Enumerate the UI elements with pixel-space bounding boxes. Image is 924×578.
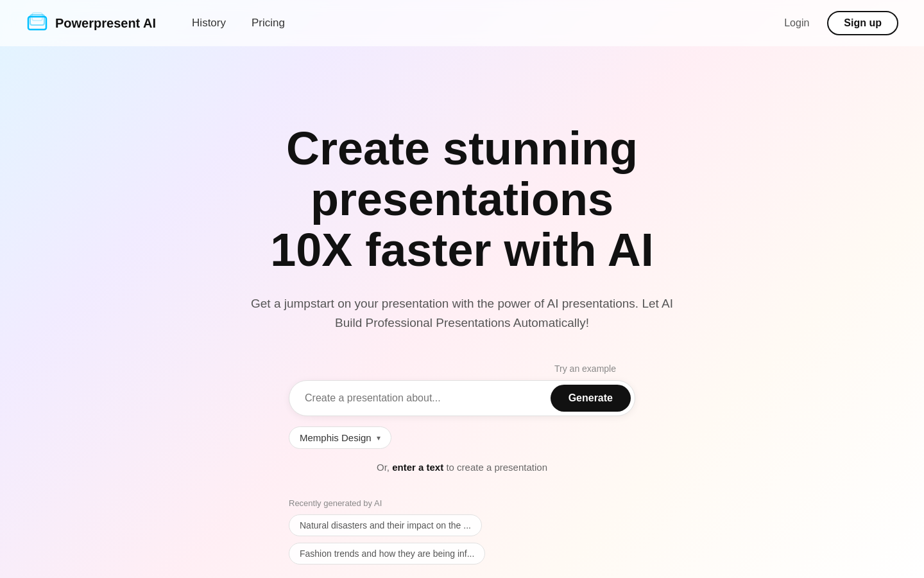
- topic-input[interactable]: [305, 392, 551, 404]
- nav-actions: Login Sign up: [774, 11, 898, 35]
- hero-title-line2: 10X faster with AI: [270, 224, 654, 276]
- brand-name: Powerpresent AI: [55, 16, 156, 31]
- signup-button[interactable]: Sign up: [827, 11, 898, 35]
- recently-section: Recently generated by AI Natural disaste…: [289, 498, 635, 565]
- generate-button[interactable]: Generate: [551, 385, 631, 412]
- hero-title-line1: Create stunning presentations: [286, 123, 638, 225]
- logo: Powerpresent AI: [26, 12, 156, 35]
- try-example-label: Try an example: [554, 363, 616, 374]
- or-prefix: Or,: [377, 462, 392, 473]
- recent-chip[interactable]: Natural disasters and their impact on th…: [289, 514, 482, 536]
- login-button[interactable]: Login: [774, 12, 819, 34]
- or-text: Or, enter a text to create a presentatio…: [377, 462, 547, 473]
- nav-history[interactable]: History: [182, 13, 236, 33]
- recently-label: Recently generated by AI: [289, 498, 382, 508]
- input-row: Generate: [289, 380, 635, 416]
- input-section: Try an example Generate Memphis Design ▾…: [0, 363, 924, 565]
- hero-section: Create stunning presentations 10X faster…: [0, 46, 924, 565]
- theme-label: Memphis Design: [300, 432, 372, 443]
- hero-subtitle: Get a jumpstart on your presentation wit…: [244, 294, 680, 333]
- navbar: Powerpresent AI History Pricing Login Si…: [0, 0, 924, 46]
- logo-icon: [26, 12, 49, 35]
- theme-dropdown[interactable]: Memphis Design ▾: [289, 426, 391, 449]
- recent-chip[interactable]: Fashion trends and how they are being in…: [289, 543, 485, 565]
- recent-chips: Natural disasters and their impact on th…: [289, 514, 635, 565]
- nav-links: History Pricing: [182, 13, 774, 33]
- or-bold: enter a text: [392, 462, 443, 473]
- hero-title: Create stunning presentations 10X faster…: [173, 123, 751, 276]
- nav-pricing[interactable]: Pricing: [241, 13, 295, 33]
- chevron-down-icon: ▾: [377, 434, 381, 442]
- svg-rect-0: [28, 17, 46, 30]
- or-suffix: to create a presentation: [446, 462, 547, 473]
